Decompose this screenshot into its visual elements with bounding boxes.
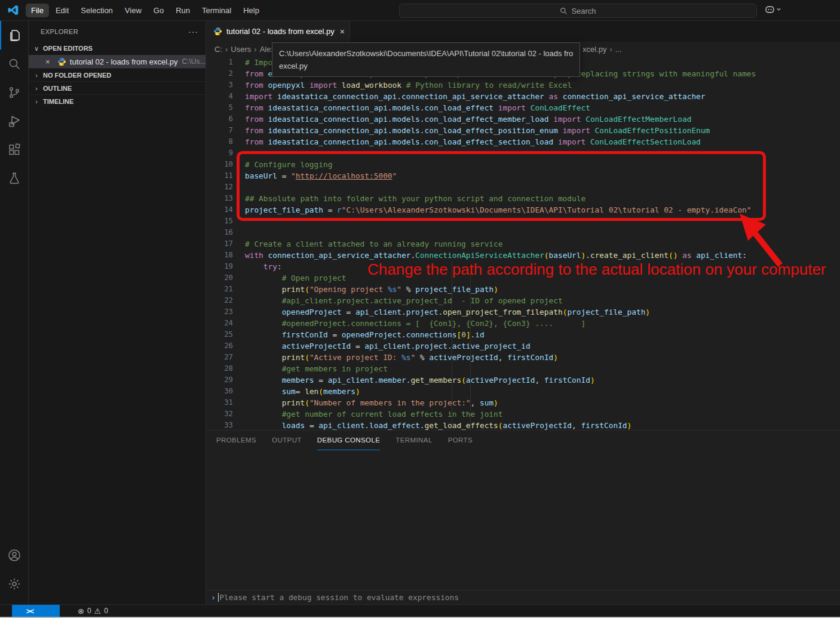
line-number: 25 [206, 329, 233, 340]
copilot-menu[interactable] [765, 4, 781, 14]
search-input[interactable]: Search [399, 4, 757, 18]
code-line-5: 5from ideastatica_connection_api.models.… [206, 102, 840, 113]
code-line-11: 11baseUrl = "http://localhost:5000" [206, 170, 840, 182]
line-number: 29 [206, 374, 233, 386]
sidebar-item-search[interactable] [0, 50, 29, 78]
search-icon [560, 7, 568, 15]
code-line-13: 13## Absolute path into folder with your… [206, 193, 840, 204]
open-editor-item[interactable]: × tutorial 02 - loads from excel.py C:\U… [29, 55, 206, 68]
testing-flask-icon [7, 171, 22, 186]
line-number: 32 [206, 408, 233, 420]
section-open-editors[interactable]: ∨ OPEN EDITORS [29, 42, 206, 55]
line-number: 10 [206, 159, 233, 170]
menu-item-help[interactable]: Help [238, 4, 265, 17]
menu-item-terminal[interactable]: Terminal [197, 4, 237, 17]
breadcrumb-separator-icon: › [609, 45, 612, 54]
code-line-6: 6from ideastatica_connection_api.models.… [206, 113, 840, 125]
code-line-7: 7from ideastatica_connection_api.models.… [206, 125, 840, 136]
sidebar-item-source-control[interactable] [0, 78, 29, 107]
bottom-panel: PROBLEMSOUTPUTDEBUG CONSOLETERMINALPORTS… [206, 430, 840, 604]
section-no-folder-opened[interactable]: › NO FOLDER OPENED [29, 68, 206, 81]
tab-tutorial-02-loads-from-excel[interactable]: tutorial 02 - loads from excel.py × [206, 21, 350, 42]
debug-console-input[interactable]: › Please start a debug session to evalua… [206, 590, 840, 604]
sidebar-title: EXPLORER [41, 28, 78, 35]
problems-status[interactable]: ⊗ 0 ⚠ 0 [78, 607, 108, 616]
error-icon: ⊗ [78, 607, 84, 616]
open-editor-file-path: C:\Us... [182, 57, 206, 66]
code-line-14: 14project_file_path = r"C:\Users\Alexand… [206, 204, 840, 216]
menu-item-edit[interactable]: Edit [50, 4, 74, 17]
code-lines: 1# Impo2from enum import member # Python… [206, 57, 840, 430]
code-line-27: 27 print("Active project ID: %s" % activ… [206, 352, 840, 363]
sidebar-item-explorer[interactable] [0, 21, 29, 50]
explorer-files-icon [8, 28, 22, 42]
line-number: 17 [206, 238, 233, 250]
code-line-16: 16 [206, 227, 840, 238]
menu-item-file[interactable]: File [26, 4, 49, 17]
section-timeline[interactable]: › TIMELINE [29, 94, 206, 107]
code-line-3: 3from openpyxl import load_workbook # Py… [206, 79, 840, 91]
code-line-17: 17# Create a client attached to an alrea… [206, 238, 840, 250]
line-number: 14 [206, 204, 233, 216]
code-line-30: 30 sum= len(members) [206, 386, 840, 397]
line-number: 16 [206, 227, 233, 238]
line-number: 9 [206, 147, 233, 159]
panel-tab-debug-console[interactable]: DEBUG CONSOLE [317, 431, 381, 450]
line-number: 33 [206, 420, 233, 430]
remote-indicator[interactable]: >< [12, 605, 60, 617]
breadcrumb-segment[interactable]: ... [615, 45, 622, 54]
code-line-29: 29 members = api_client.member.get_membe… [206, 374, 840, 386]
sidebar-item-testing[interactable] [0, 164, 29, 193]
sidebar-item-extensions[interactable] [0, 136, 29, 164]
breadcrumb-segment[interactable]: xcel.py [583, 45, 606, 54]
menu-item-go[interactable]: Go [148, 4, 169, 17]
line-number: 1 [206, 57, 233, 68]
code-line-31: 31 print("Number of members in the proje… [206, 397, 840, 408]
menu-bar: FileEditSelectionViewGoRunTerminalHelp [25, 0, 265, 20]
close-editor-icon[interactable]: × [45, 57, 56, 66]
code-line-32: 32 #get number of current load effects i… [206, 408, 840, 420]
menu-item-run[interactable]: Run [170, 4, 195, 17]
warning-icon: ⚠ [94, 607, 102, 616]
tab-title: tutorial 02 - loads from excel.py [226, 27, 335, 36]
settings-gear-icon [7, 577, 22, 591]
tab-close-icon[interactable]: × [340, 27, 345, 36]
title-bar: FileEditSelectionViewGoRunTerminalHelp ←… [0, 0, 840, 21]
accounts-button[interactable] [0, 541, 29, 570]
breadcrumb-separator-icon: › [254, 45, 256, 54]
source-control-icon [7, 85, 22, 100]
code-line-19: 19 try: [206, 261, 840, 272]
breadcrumb-right: xcel.py›... [583, 42, 622, 57]
python-file-icon [213, 27, 222, 36]
panel-tab-ports[interactable]: PORTS [448, 431, 473, 450]
debug-prompt-icon: › [212, 593, 214, 602]
panel-tab-terminal[interactable]: TERMINAL [396, 431, 432, 450]
breadcrumb-separator-icon: › [225, 45, 228, 54]
code-line-24: 24 #openedProject.connections = [ {Con1}… [206, 318, 840, 329]
line-number: 7 [206, 125, 233, 136]
menu-item-selection[interactable]: Selection [75, 4, 118, 17]
line-number: 31 [206, 397, 233, 408]
status-bar: >< ⊗ 0 ⚠ 0 [0, 604, 840, 617]
settings-button[interactable] [0, 570, 29, 598]
panel-tab-output[interactable]: OUTPUT [272, 431, 302, 450]
search-placeholder: Search [571, 7, 596, 16]
code-line-28: 28 #get members in project [206, 363, 840, 374]
sidebar-more-actions-icon[interactable]: ··· [188, 27, 198, 36]
code-line-22: 22 #api_client.project.active_project_id… [206, 295, 840, 306]
section-outline[interactable]: › OUTLINE [29, 81, 206, 94]
tooltip-path-line1: C:\Users\AlexanderSzotkowski\Documents\I… [279, 47, 573, 60]
breadcrumb-segment[interactable]: C: [214, 45, 222, 54]
activity-bar [0, 21, 29, 604]
code-editor[interactable]: 1# Impo2from enum import member # Python… [206, 57, 840, 430]
sidebar-item-run-debug[interactable] [0, 107, 29, 136]
line-number: 28 [206, 363, 233, 374]
menu-item-view[interactable]: View [119, 4, 147, 17]
breadcrumb-segment[interactable]: Users [231, 45, 251, 54]
panel-tab-problems[interactable]: PROBLEMS [216, 431, 256, 450]
line-number: 24 [206, 318, 233, 329]
code-line-26: 26 activeProjectId = api_client.project.… [206, 340, 840, 352]
code-line-12: 12 [206, 182, 840, 193]
line-number: 6 [206, 113, 233, 125]
explorer-sidebar: EXPLORER ··· ∨ OPEN EDITORS × tutorial 0… [29, 21, 206, 604]
